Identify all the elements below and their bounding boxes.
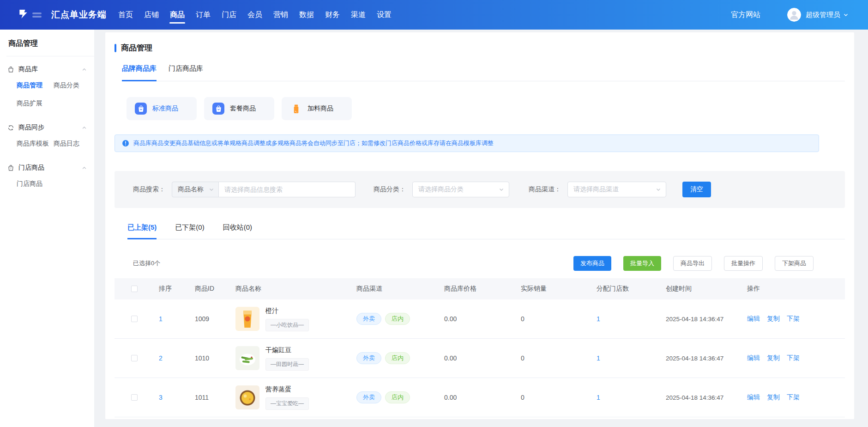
category-label: 商品分类： [374, 185, 406, 194]
bag-icon [212, 103, 224, 115]
nav-item-order[interactable]: 订单 [195, 0, 211, 30]
tab-off-shelf[interactable]: 已下架(0) [175, 223, 204, 239]
sidebar-item-product-extend[interactable]: 商品扩展 [17, 99, 54, 108]
product-name: 干煸豇豆 [265, 346, 291, 354]
type-card-label: 套餐商品 [230, 104, 256, 113]
chevron-up-icon [82, 165, 87, 171]
product-id: 1010 [195, 354, 235, 362]
nav-item-marketing[interactable]: 营销 [273, 0, 289, 30]
tab-recycle-bin[interactable]: 回收站(0) [223, 223, 252, 239]
bottle-icon [290, 103, 302, 115]
table-row: 1 1009 橙汁 —小吃饮品— 外卖 店内 [115, 299, 845, 339]
logo-icon [18, 8, 29, 21]
copy-link[interactable]: 复制 [767, 315, 780, 323]
sort-link[interactable]: 1 [159, 315, 195, 323]
type-card-standard[interactable]: 标准商品 [127, 97, 197, 120]
batch-operate-button[interactable]: 批量操作 [724, 256, 763, 271]
assigned-stores-link[interactable]: 1 [597, 354, 666, 362]
channel-tag-instore: 店内 [385, 391, 410, 403]
channel-tag-instore: 店内 [385, 313, 410, 325]
sidebar-group-product-library: 商品库 商品管理 商品分类 商品扩展 [7, 65, 87, 108]
chevron-down-icon [499, 187, 504, 192]
search-input[interactable] [219, 182, 356, 197]
type-card-topping[interactable]: 加料商品 [282, 97, 352, 120]
sort-link[interactable]: 3 [159, 394, 195, 401]
nav-item-finance[interactable]: 财务 [325, 0, 340, 30]
product-price: 0.00 [444, 315, 521, 323]
type-card-label: 标准商品 [152, 104, 178, 113]
product-price: 0.00 [444, 354, 521, 362]
tab-brand-library[interactable]: 品牌商品库 [122, 64, 157, 81]
product-id: 1009 [195, 315, 235, 323]
publish-product-button[interactable]: 发布商品 [573, 256, 611, 271]
tab-on-shelf[interactable]: 已上架(5) [127, 223, 157, 239]
row-checkbox[interactable] [131, 316, 138, 322]
edit-link[interactable]: 编辑 [747, 315, 760, 323]
take-down-button[interactable]: 下架商品 [775, 256, 814, 271]
selection-toolbar: 已选择0个 发布商品 批量导入 商品导出 批量操作 下架商品 [115, 256, 845, 271]
sidebar-item-store-product[interactable]: 门店商品 [17, 180, 54, 188]
username-label[interactable]: 超级管理员 [806, 11, 840, 19]
batch-import-button[interactable]: 批量导入 [623, 256, 661, 271]
bag-icon [135, 103, 147, 115]
product-id: 1011 [195, 394, 235, 401]
sidebar-item-product-log[interactable]: 商品日志 [54, 140, 87, 148]
chevron-down-icon[interactable] [843, 12, 849, 18]
channel-tag-takeout: 外卖 [356, 352, 381, 364]
logo-subtext [32, 12, 42, 18]
search-field-select[interactable]: 商品名称 [172, 182, 219, 197]
product-image [235, 346, 259, 370]
product-sales: 0 [521, 354, 597, 362]
page-title: 商品管理 [115, 32, 845, 53]
export-product-button[interactable]: 商品导出 [673, 256, 712, 271]
row-checkbox[interactable] [131, 355, 138, 361]
sidebar-item-product-manage[interactable]: 商品管理 [17, 81, 54, 90]
edit-link[interactable]: 编辑 [747, 393, 760, 402]
brand-logo[interactable]: 汇点单业务端 [18, 8, 107, 21]
chevron-down-icon [656, 187, 661, 192]
product-category-tag: —宝宝爱吃— [265, 397, 309, 410]
take-down-link[interactable]: 下架 [787, 393, 800, 402]
sort-link[interactable]: 2 [159, 354, 195, 362]
channel-tag-instore: 店内 [385, 352, 410, 364]
copy-link[interactable]: 复制 [767, 354, 780, 362]
sidebar-item-library-template[interactable]: 商品库模板 [17, 140, 54, 148]
nav-item-member[interactable]: 会员 [247, 0, 263, 30]
sidebar-item-product-category[interactable]: 商品分类 [54, 81, 87, 90]
nav-item-store[interactable]: 门店 [221, 0, 237, 30]
assigned-stores-link[interactable]: 1 [597, 394, 666, 401]
type-card-combo[interactable]: 套餐商品 [204, 97, 274, 120]
nav-item-product[interactable]: 商品 [169, 0, 185, 30]
select-all-checkbox[interactable] [131, 286, 138, 292]
user-avatar-icon[interactable] [787, 8, 801, 22]
navbar-right: 官方网站 超级管理员 [731, 8, 849, 22]
channel-select[interactable]: 请选择商品渠道 [567, 182, 666, 197]
edit-link[interactable]: 编辑 [747, 354, 760, 362]
row-checkbox[interactable] [131, 394, 138, 401]
take-down-link[interactable]: 下架 [787, 354, 800, 362]
product-type-cards: 标准商品 套餐商品 加料商品 [127, 97, 845, 120]
sidebar-group-items: 商品库模板 商品日志 [17, 140, 87, 148]
category-select[interactable]: 请选择商品分类 [412, 182, 509, 197]
search-label: 商品搜索： [133, 185, 165, 194]
official-site-link[interactable]: 官方网站 [731, 10, 760, 20]
sidebar-group-header-product-library[interactable]: 商品库 [7, 65, 87, 73]
take-down-link[interactable]: 下架 [787, 315, 800, 323]
search-compound: 商品名称 [172, 182, 356, 197]
assigned-stores-link[interactable]: 1 [597, 315, 666, 323]
action-buttons: 发布商品 批量导入 商品导出 批量操作 下架商品 [573, 256, 814, 271]
nav-item-settings[interactable]: 设置 [376, 0, 392, 30]
nav-item-data[interactable]: 数据 [299, 0, 314, 30]
sidebar-group-header-product-sync[interactable]: 商品同步 [7, 123, 87, 132]
nav-item-home[interactable]: 首页 [118, 0, 133, 30]
tab-store-library[interactable]: 门店商品库 [169, 64, 203, 81]
product-table: 排序 商品ID 商品名称 商品渠道 商品库价格 实际销量 分配门店数 创建时间 … [115, 278, 845, 417]
nav-item-channel[interactable]: 渠道 [350, 0, 366, 30]
copy-link[interactable]: 复制 [767, 393, 780, 402]
nav-item-shop[interactable]: 店铺 [144, 0, 159, 30]
main-area: 商品管理 品牌商品库 门店商品库 标准商品 套餐商品 [94, 30, 868, 427]
sidebar-group-header-store-product[interactable]: 门店商品 [7, 164, 87, 172]
created-time: 2025-04-18 14:36:47 [666, 316, 747, 323]
clear-button[interactable]: 清空 [682, 182, 711, 197]
product-sales: 0 [521, 315, 597, 323]
